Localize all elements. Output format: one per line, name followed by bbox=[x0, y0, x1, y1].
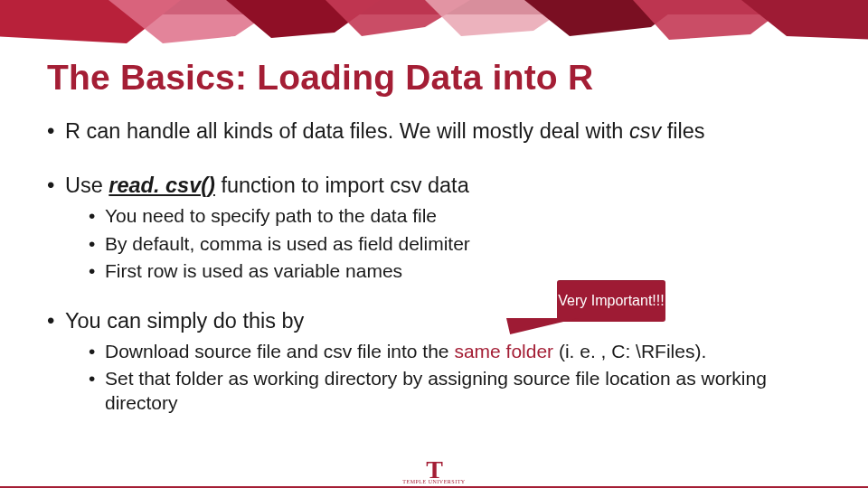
bullet-3-sub-1-post: (i. e. , C: \RFiles). bbox=[553, 341, 706, 361]
important-callout: Very Important!!! bbox=[557, 280, 665, 322]
slide-body: The Basics: Loading Data into R R can ha… bbox=[0, 0, 868, 488]
bullet-3-sublist: Download source file and csv file into t… bbox=[65, 340, 821, 415]
bullet-1: R can handle all kinds of data files. We… bbox=[47, 117, 821, 145]
bullet-1-text-post: files bbox=[661, 119, 704, 143]
bullet-2: Use read. csv() function to import csv d… bbox=[47, 172, 821, 283]
bullet-2-sublist: You need to specify path to the data fil… bbox=[65, 204, 821, 283]
bullet-3-sub-1-highlight: same folder bbox=[454, 341, 553, 361]
bullet-3: You can simply do this by Download sourc… bbox=[47, 307, 821, 415]
bullet-2-sub-2: By default, comma is used as field delim… bbox=[89, 232, 821, 256]
important-callout-tail bbox=[501, 318, 579, 334]
logo-mark: T bbox=[402, 458, 465, 481]
bullet-1-em: csv bbox=[629, 119, 661, 143]
logo-wordmark: TEMPLE UNIVERSITY bbox=[402, 479, 465, 484]
slide-title: The Basics: Loading Data into R bbox=[47, 58, 821, 98]
bullet-2-sub-1: You need to specify path to the data fil… bbox=[89, 204, 821, 228]
bullet-2-fn: read. csv() bbox=[108, 174, 215, 197]
bullet-3-text: You can simply do this by bbox=[65, 309, 304, 333]
bullet-2-text-pre: Use bbox=[65, 174, 108, 197]
bullet-3-sub-2: Set that folder as working directory by … bbox=[89, 367, 821, 415]
bullet-1-text-pre: R can handle all kinds of data files. We… bbox=[65, 119, 629, 143]
bullet-3-sub-1: Download source file and csv file into t… bbox=[89, 340, 821, 363]
bullet-3-sub-1-pre: Download source file and csv file into t… bbox=[105, 341, 454, 361]
important-callout-text: Very Important!!! bbox=[558, 293, 664, 310]
bullet-list: R can handle all kinds of data files. We… bbox=[47, 117, 821, 415]
footer-logo: T TEMPLE UNIVERSITY bbox=[402, 458, 465, 484]
bullet-2-text-post: function to import csv data bbox=[215, 174, 469, 197]
bullet-2-sub-3: First row is used as variable names bbox=[89, 259, 821, 283]
